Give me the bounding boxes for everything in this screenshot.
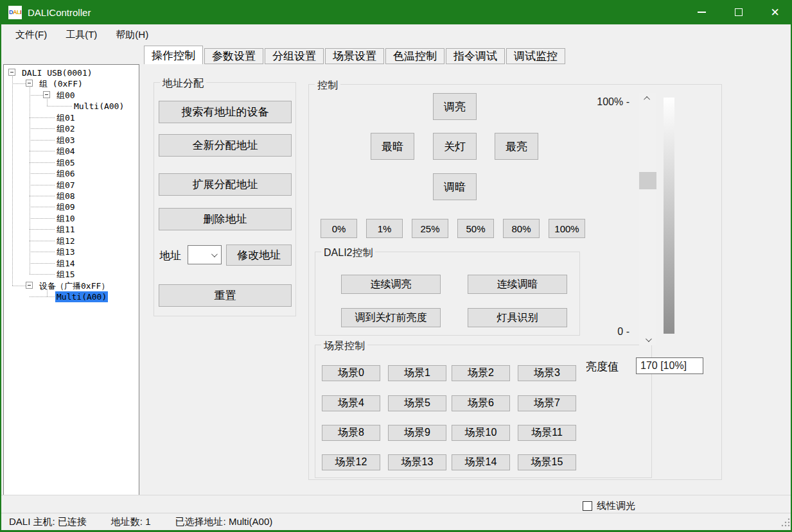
maximize-button[interactable] bbox=[720, 0, 757, 24]
menu-item-1[interactable]: 工具(T) bbox=[66, 29, 97, 41]
tree-expander-icon[interactable] bbox=[43, 91, 50, 98]
tab-5[interactable]: 指令调试 bbox=[446, 48, 505, 64]
tree-item[interactable]: 设备（广播0xFF） bbox=[39, 280, 109, 291]
percent-button-1[interactable]: 1% bbox=[366, 219, 403, 238]
tree-expander-icon[interactable] bbox=[26, 282, 33, 289]
brighten-button[interactable]: 调亮 bbox=[433, 93, 477, 120]
tab-1[interactable]: 参数设置 bbox=[204, 48, 263, 64]
scene-button-13[interactable]: 场景13 bbox=[388, 454, 446, 470]
percent-button-100[interactable]: 100% bbox=[549, 219, 585, 238]
scene-button-4[interactable]: 场景4 bbox=[322, 395, 380, 411]
menu-bar: 文件(F)工具(T)帮助(H) bbox=[1, 24, 792, 45]
tree-connector bbox=[30, 185, 55, 185]
tab-2[interactable]: 分组设置 bbox=[265, 48, 324, 64]
dali2-group-title: DALI2控制 bbox=[321, 246, 375, 260]
tree-item[interactable]: 组00 bbox=[57, 90, 75, 101]
brightness-scrollbar[interactable] bbox=[639, 93, 656, 345]
tree-item[interactable]: 组 (0xFF) bbox=[39, 78, 83, 89]
tree-item[interactable]: 组05 bbox=[57, 157, 75, 168]
device-tree[interactable]: DALI USB(0001)组 (0xFF)组00Multi(A00)组01组0… bbox=[3, 64, 139, 495]
tab-3[interactable]: 场景设置 bbox=[325, 48, 384, 64]
tree-connector bbox=[12, 286, 26, 286]
scene-button-9[interactable]: 场景9 bbox=[388, 425, 446, 441]
tree-expander-icon[interactable] bbox=[8, 69, 15, 76]
status-bar: DALI 主机: 已连接 地址数: 1 已选择地址: Multi(A00) bbox=[1, 513, 792, 532]
window-title: DALIController bbox=[28, 7, 91, 18]
tab-0[interactable]: 操作控制 bbox=[144, 46, 203, 64]
tree-item[interactable]: Multi(A00) bbox=[55, 291, 108, 302]
scroll-up-button[interactable] bbox=[639, 93, 656, 104]
continuous-brighten-button[interactable]: 连续调亮 bbox=[341, 275, 441, 294]
tree-connector bbox=[30, 218, 55, 219]
lamp-off-button[interactable]: 关灯 bbox=[433, 133, 477, 160]
minimize-button[interactable] bbox=[683, 0, 720, 24]
scene-button-5[interactable]: 场景5 bbox=[388, 395, 446, 411]
scene-button-14[interactable]: 场景14 bbox=[452, 454, 510, 470]
brightness-value-label: 亮度值 bbox=[586, 359, 619, 374]
close-button[interactable]: ✕ bbox=[757, 0, 792, 24]
tree-item[interactable]: DALI USB(0001) bbox=[22, 67, 92, 78]
tree-connector bbox=[30, 173, 55, 174]
scene-button-10[interactable]: 场景10 bbox=[452, 425, 510, 441]
scene-button-8[interactable]: 场景8 bbox=[322, 425, 380, 441]
lamp-identify-button[interactable]: 灯具识别 bbox=[468, 308, 567, 327]
scene-button-2[interactable]: 场景2 bbox=[452, 365, 510, 381]
menu-item-2[interactable]: 帮助(H) bbox=[116, 29, 148, 41]
modify-address-button[interactable]: 修改地址 bbox=[226, 245, 292, 266]
tree-item[interactable]: 组02 bbox=[57, 123, 75, 134]
scene-button-1[interactable]: 场景1 bbox=[388, 365, 446, 381]
percent-button-0[interactable]: 0% bbox=[321, 219, 357, 238]
assign-new-address-button[interactable]: 全新分配地址 bbox=[159, 134, 292, 157]
scrollbar-thumb[interactable] bbox=[639, 172, 656, 189]
scene-button-6[interactable]: 场景6 bbox=[452, 395, 510, 411]
tree-item[interactable]: 组07 bbox=[57, 180, 75, 191]
tree-connector bbox=[30, 117, 55, 118]
scroll-down-button[interactable] bbox=[639, 334, 656, 345]
tree-connector bbox=[30, 274, 55, 275]
percent-button-50[interactable]: 50% bbox=[457, 219, 494, 238]
tree-item[interactable]: 组03 bbox=[57, 135, 75, 146]
reset-button[interactable]: 重置 bbox=[159, 284, 292, 307]
tree-item[interactable]: 组10 bbox=[57, 213, 75, 224]
scene-button-11[interactable]: 场景11 bbox=[518, 425, 576, 441]
scene-button-3[interactable]: 场景3 bbox=[518, 365, 576, 381]
brightness-gradient-bar bbox=[664, 98, 674, 334]
tree-item[interactable]: 组13 bbox=[57, 246, 75, 257]
resize-grip-icon[interactable] bbox=[781, 518, 790, 527]
scene-button-7[interactable]: 场景7 bbox=[518, 395, 576, 411]
percent-button-25[interactable]: 25% bbox=[412, 219, 448, 238]
tree-item[interactable]: 组04 bbox=[57, 146, 75, 157]
tree-item[interactable]: 组08 bbox=[57, 191, 75, 202]
tab-4[interactable]: 色温控制 bbox=[385, 48, 444, 64]
brightest-button[interactable]: 最亮 bbox=[495, 133, 538, 160]
dimmest-button[interactable]: 最暗 bbox=[371, 133, 414, 160]
brightness-value-field[interactable]: 170 [10%] bbox=[636, 357, 703, 374]
delete-address-button[interactable]: 删除地址 bbox=[159, 208, 292, 230]
title-bar: DALI DALIController ✕ bbox=[1, 0, 792, 24]
percent-button-80[interactable]: 80% bbox=[503, 219, 540, 238]
search-addressed-devices-button[interactable]: 搜索有地址的设备 bbox=[159, 101, 292, 123]
tree-item[interactable]: 组14 bbox=[57, 258, 75, 269]
tree-expander-icon[interactable] bbox=[26, 80, 33, 87]
scene-button-0[interactable]: 场景0 bbox=[322, 365, 380, 381]
tree-item[interactable]: 组11 bbox=[57, 224, 75, 235]
address-combobox[interactable] bbox=[188, 245, 222, 264]
menu-item-0[interactable]: 文件(F) bbox=[15, 29, 47, 41]
restore-pre-off-level-button[interactable]: 调到关灯前亮度 bbox=[341, 308, 441, 327]
tree-item[interactable]: 组15 bbox=[57, 269, 75, 280]
linear-dimming-checkbox[interactable] bbox=[583, 501, 592, 511]
continuous-darken-button[interactable]: 连续调暗 bbox=[468, 275, 567, 294]
chevron-up-icon bbox=[644, 96, 650, 103]
tree-item[interactable]: 组06 bbox=[57, 168, 75, 179]
scene-button-15[interactable]: 场景15 bbox=[518, 454, 576, 470]
tree-item[interactable]: Multi(A00) bbox=[74, 101, 124, 112]
scene-group-title: 场景控制 bbox=[321, 339, 367, 353]
extend-assign-address-button[interactable]: 扩展分配地址 bbox=[159, 173, 292, 196]
tree-item[interactable]: 组12 bbox=[57, 236, 75, 246]
tab-6[interactable]: 调试监控 bbox=[506, 48, 565, 64]
darken-button[interactable]: 调暗 bbox=[433, 173, 477, 200]
scene-button-12[interactable]: 场景12 bbox=[322, 454, 380, 470]
tree-connector bbox=[12, 83, 26, 84]
tree-item[interactable]: 组01 bbox=[57, 112, 75, 123]
tree-item[interactable]: 组09 bbox=[57, 202, 75, 212]
